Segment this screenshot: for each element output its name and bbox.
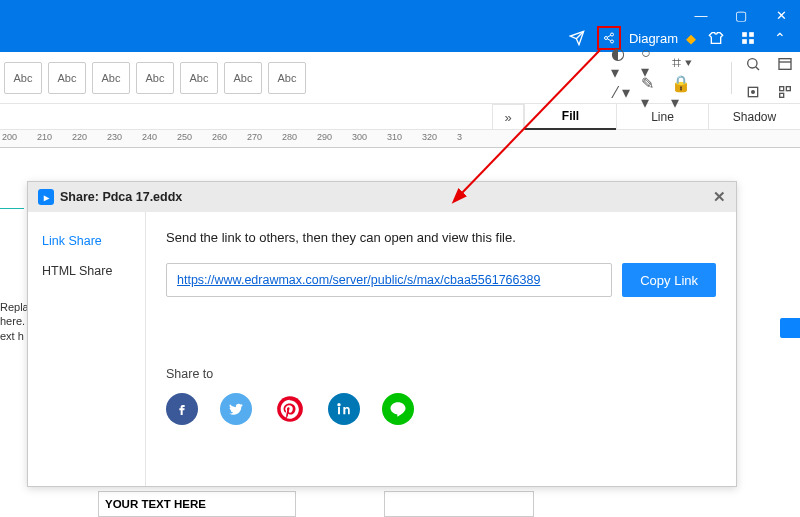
app-logo-icon: ▸ <box>38 189 54 205</box>
copy-link-button[interactable]: Copy Link <box>622 263 716 297</box>
svg-rect-4 <box>749 32 754 37</box>
social-share-row <box>166 393 716 425</box>
dialog-close-button[interactable]: ✕ <box>713 188 726 206</box>
horizontal-ruler: 200 210 220 230 240 250 260 270 280 290 … <box>0 130 800 148</box>
panel-tab-icon[interactable] <box>780 318 800 338</box>
style-preset[interactable]: Abc <box>136 62 174 94</box>
style-preset[interactable]: Abc <box>224 62 262 94</box>
maximize-button[interactable]: ▢ <box>730 4 752 26</box>
share-instructions: Send the link to others, then they can o… <box>166 230 716 245</box>
svg-rect-3 <box>742 32 747 37</box>
fill-tool-icon[interactable]: ◐ ▾ <box>611 52 633 74</box>
svg-point-10 <box>752 90 755 93</box>
minimize-button[interactable]: — <box>690 4 712 26</box>
pen-tool-icon[interactable]: ✎ ▾ <box>641 82 663 104</box>
title-bar: Diagram ◆ ⌃ — ▢ ✕ <box>0 0 800 52</box>
svg-point-1 <box>604 37 607 40</box>
dialog-sidebar: Link Share HTML Share <box>28 212 146 486</box>
panel-icon[interactable] <box>774 53 796 75</box>
dialog-title: Share: Pdca 17.eddx <box>60 190 182 204</box>
style-preset[interactable]: Abc <box>48 62 86 94</box>
facebook-icon[interactable] <box>166 393 198 425</box>
apps-icon[interactable] <box>736 26 760 50</box>
pinterest-icon[interactable] <box>274 393 306 425</box>
svg-point-7 <box>748 58 757 67</box>
sidebar-item-link-share[interactable]: Link Share <box>28 226 145 256</box>
shape-tool-icon[interactable]: ○ ▾ <box>641 52 663 74</box>
grid-icon[interactable] <box>774 81 796 103</box>
svg-rect-8 <box>779 58 791 69</box>
tshirt-icon[interactable] <box>704 26 728 50</box>
svg-rect-12 <box>786 86 790 90</box>
sidebar-item-html-share[interactable]: HTML Share <box>28 256 145 286</box>
search-icon[interactable] <box>742 53 764 75</box>
close-window-button[interactable]: ✕ <box>770 4 792 26</box>
your-text-box[interactable]: YOUR TEXT HERE <box>98 491 296 517</box>
share-url-input[interactable] <box>166 263 612 297</box>
diamond-icon[interactable]: ◆ <box>686 31 696 46</box>
style-preset[interactable]: Abc <box>268 62 306 94</box>
send-icon[interactable] <box>565 26 589 50</box>
style-preset[interactable]: Abc <box>92 62 130 94</box>
line-icon[interactable] <box>382 393 414 425</box>
svg-rect-5 <box>742 39 747 44</box>
svg-rect-6 <box>749 39 754 44</box>
crop-tool-icon[interactable]: ⌗ ▾ <box>671 52 693 74</box>
style-preset[interactable]: Abc <box>180 62 218 94</box>
title-bar-actions: Diagram ◆ ⌃ <box>565 26 792 50</box>
dialog-content: Send the link to others, then they can o… <box>146 212 736 486</box>
line-tool-icon[interactable]: ∕ ▾ <box>611 82 633 104</box>
share-dialog: ▸ Share: Pdca 17.eddx ✕ Link Share HTML … <box>27 181 737 487</box>
twitter-icon[interactable] <box>220 393 252 425</box>
dialog-header: ▸ Share: Pdca 17.eddx ✕ <box>28 182 736 212</box>
svg-point-0 <box>610 33 613 36</box>
format-toolbar: Abc Abc Abc Abc Abc Abc Abc ◐ ▾ ○ ▾ ⌗ ▾ … <box>0 52 800 104</box>
style-preset[interactable]: Abc <box>4 62 42 94</box>
focus-icon[interactable] <box>742 81 764 103</box>
shape-edge <box>0 208 24 209</box>
svg-rect-13 <box>780 93 784 97</box>
chevron-up-icon[interactable]: ⌃ <box>768 26 792 50</box>
linkedin-icon[interactable] <box>328 393 360 425</box>
tabs-chevron-icon[interactable]: » <box>492 104 524 130</box>
svg-rect-11 <box>780 86 784 90</box>
text-fragment: Repla here. ext h <box>0 300 29 343</box>
share-to-label: Share to <box>166 367 716 381</box>
tab-fill[interactable]: Fill <box>524 104 616 130</box>
tab-shadow[interactable]: Shadow <box>708 104 800 130</box>
lock-tool-icon[interactable]: 🔒 ▾ <box>671 82 693 104</box>
